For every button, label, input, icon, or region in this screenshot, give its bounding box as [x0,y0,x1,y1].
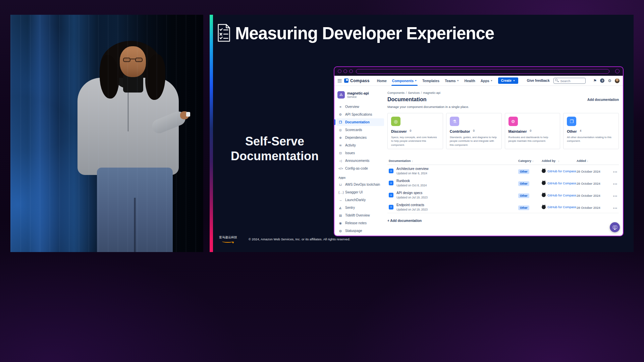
speaker-hair-right [145,54,165,100]
settings-gear-icon[interactable]: ⚙ [608,79,611,83]
brand-wordmark[interactable]: Compass [350,78,370,83]
amazon-smile-icon [222,240,233,243]
card-count: 0 [410,129,411,132]
breadcrumb-components[interactable]: Components [387,91,405,95]
sidebar-item-activity[interactable]: ≋Activity [336,141,384,149]
added-by-link[interactable]: GitHub for Compass [547,181,576,185]
search-input[interactable] [553,78,586,84]
speaker-hair-left [100,55,119,99]
table-row[interactable]: ≡ Endpoint contractsUpdated on Jul 19, 2… [387,201,619,213]
main-content: Components/Services/magnetic-api Documen… [384,86,623,236]
sidebar-item-scorecards[interactable]: ◎Scorecards [336,126,384,134]
sidebar-item-release-notes[interactable]: ◉Release notes [336,219,384,227]
sidebar-item-issues[interactable]: ⊡Issues [336,149,384,157]
sidebar-item-tidelift-overview[interactable]: ▤Tidelift Overview [336,212,384,219]
added-by-link[interactable]: GitHub for Compass [547,193,576,197]
row-menu-icon[interactable]: ••• [613,170,618,173]
breadcrumb-services[interactable]: Services [408,91,420,95]
window-control-circle [349,69,353,73]
compass-app-window: Compass Home Components▼ Templates Teams… [334,76,623,236]
slide-heading-line2: Documentation [213,149,336,164]
sort-icon[interactable]: ↕ [532,160,534,162]
help-icon[interactable]: ? [600,78,604,83]
card-other[interactable]: ❐ Other4 All other documentation relatin… [563,113,619,149]
card-count: 0 [530,129,532,132]
nav-item-teams[interactable]: Teams▼ [442,76,462,86]
row-menu-icon[interactable]: ••• [613,182,618,185]
sidebar-item-overview[interactable]: ≡Overview [336,103,384,111]
speaker-glasses [122,58,143,62]
scorecards-icon: ◎ [338,128,342,132]
page-title: Documentation [387,97,426,103]
table-row[interactable]: ≡ API design specsUpdated on Jul 19, 202… [387,189,619,201]
sort-icon[interactable]: ↕ [587,160,588,162]
chevron-down-icon: ▼ [457,79,459,82]
search-box [553,77,586,84]
nav-item-home[interactable]: Home [374,76,389,86]
sidebar-item-documentation[interactable]: ❐Documentation [336,118,384,126]
sidebar-item-statuspage[interactable]: ◍Statuspage [336,227,384,235]
added-by-link[interactable]: GitHub for Compass [547,205,576,209]
sidebar-item-announcements[interactable]: ◁Announcements [336,157,384,165]
overview-icon: ≡ [338,105,342,109]
app-header: Compass Home Components▼ Templates Teams… [334,76,623,86]
github-icon [542,181,546,185]
add-documentation-link[interactable]: + Add documentation [387,219,619,223]
table-row[interactable]: ≡ Architecture overviewUpdated on Mar 6,… [387,165,619,177]
row-menu-icon[interactable]: ••• [613,206,618,209]
row-menu-icon[interactable]: ••• [613,194,618,197]
notifications-icon[interactable]: ⚑ [593,79,597,83]
sidebar-item-aws-devops-toolchain[interactable]: ⊔AWS DevOps toolchain [336,181,384,188]
sidebar-item-config-as-code[interactable]: </>Config-as-code [336,165,384,172]
nav-item-apps[interactable]: Apps▼ [478,76,495,86]
category-badge: Other [518,181,529,186]
app-switcher-icon[interactable] [338,79,341,82]
speaker-hair [100,41,161,91]
address-bar[interactable] [356,69,609,74]
card-discover[interactable]: ◎ Discover0 Specs, key concepts, and cor… [387,113,443,149]
statuspage-icon: ◍ [338,229,342,233]
document-icon: ≡ [389,205,393,209]
swagger-icon: {…} [338,190,342,194]
browser-mockup-frame: Compass Home Components▼ Templates Teams… [334,66,624,236]
table-header-row: Documentation↕ Category↕ Added by↕ Added… [387,159,619,165]
sidebar-item-api-specifications[interactable]: ⚙API Specifications [336,111,384,118]
slide-panel: Measuring Developer Experience Self-Serv… [213,15,634,252]
added-by-link[interactable]: GitHub for Compass [547,169,576,173]
sidebar-item-dependencies[interactable]: ⊕Dependencies [336,134,384,141]
chat-bubble-icon [613,226,617,229]
sidebar-item-swagger-ui[interactable]: {…}Swagger UI [336,188,384,196]
aws-logo-text: 亚马逊云科技 [219,235,236,240]
card-maintainer[interactable]: ⚙ Maintainer0 Runbooks and dashboards to… [505,113,560,149]
github-icon [542,205,546,209]
sidebar-item-sentry[interactable]: ◭Sentry [336,204,384,212]
user-avatar[interactable] [615,78,620,83]
chat-fab-button[interactable] [610,222,620,232]
sort-icon[interactable]: ↕ [412,160,413,162]
announcements-icon: ◁ [338,159,342,163]
sidebar-item-launchdarkly[interactable]: →LaunchDarkly [336,196,384,204]
nav-item-components[interactable]: Components▼ [389,76,420,86]
table-row[interactable]: ≡ RunbookUpdated on Oct 8, 2024 Other Gi… [387,177,619,189]
speaker-sweater [77,78,179,175]
window-control-circle [338,69,341,73]
launchdarkly-icon: → [338,198,342,202]
slide-heading: Self-Serve Documentation [213,134,336,164]
speaker-hand [180,111,189,119]
document-icon: ≡ [389,193,393,197]
activity-icon: ≋ [338,143,342,147]
component-header: ⁂ magnetic-api Service [337,91,384,99]
nav-item-health[interactable]: Health [462,76,478,86]
checklist-document-icon [217,24,230,43]
add-documentation-button[interactable]: Add documentation [587,98,619,102]
sort-icon[interactable]: ↕ [558,160,559,162]
card-contributor[interactable]: ⚗ Contributor0 Standards, guides, and di… [446,113,502,149]
create-button[interactable]: Create▼ [498,77,518,84]
api-specs-icon: ⚙ [338,113,342,116]
breadcrumb-magnetic-api[interactable]: magnetic-api [423,91,441,95]
compass-logo-icon[interactable] [344,78,348,83]
component-type: Service [347,95,369,99]
nav-item-templates[interactable]: Templates [420,76,442,86]
page-description: Manage your component documentation in a… [387,105,619,109]
give-feedback-link[interactable]: Give feedback [527,79,550,82]
